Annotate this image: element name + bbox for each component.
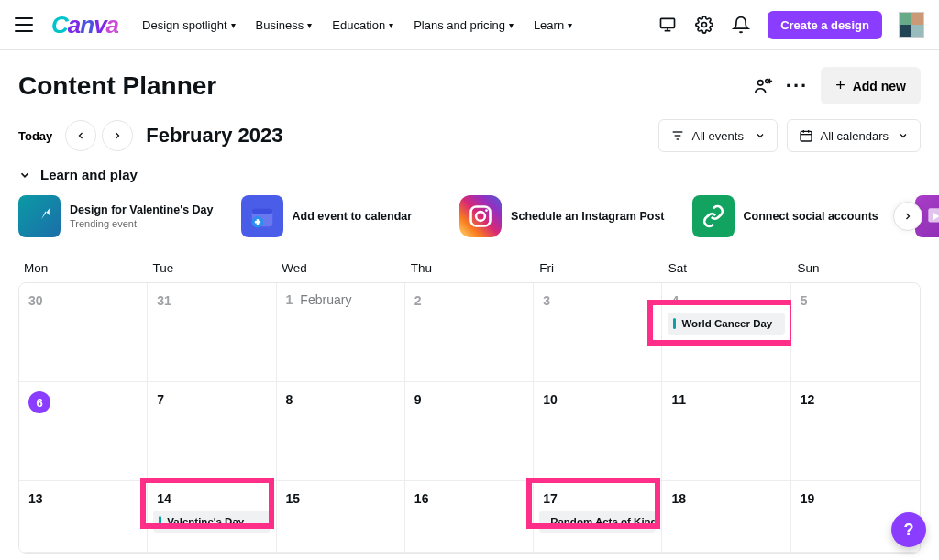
create-design-button[interactable]: Create a design [768, 11, 882, 39]
month-start-label: February [300, 292, 351, 307]
weekday-label: Fri [534, 254, 663, 282]
learn-section-header[interactable]: Learn and play [0, 161, 939, 192]
calendar-cell[interactable]: 18 [662, 481, 790, 553]
nav-education[interactable]: Education▾ [332, 18, 393, 32]
card-instagram[interactable]: Schedule an Instagram Post [459, 195, 664, 237]
prev-month-button[interactable] [65, 120, 96, 151]
chevron-down-icon [755, 130, 766, 141]
calendar-cell[interactable]: 14 Valentine's Day [148, 481, 276, 553]
event-color-bar [673, 318, 676, 329]
card-subtitle: Trending event [70, 218, 214, 229]
card-add-event[interactable]: Add event to calendar [241, 195, 413, 237]
nav-plans[interactable]: Plans and pricing▾ [414, 18, 514, 32]
weekday-label: Sat [663, 254, 792, 282]
scroll-right-button[interactable] [893, 202, 922, 231]
weekday-label: Sun [791, 254, 921, 282]
trending-icon [18, 195, 61, 237]
canva-logo[interactable]: Canva [51, 11, 118, 39]
card-valentines[interactable]: Design for Valentine's Day Trending even… [18, 195, 214, 237]
link-icon [692, 195, 735, 237]
menu-icon[interactable] [15, 16, 33, 34]
calendar-cell[interactable]: 1February [277, 283, 405, 382]
calendar-toolbar: Today February 2023 All events All calen… [0, 110, 939, 161]
chevron-down-icon: ▾ [307, 20, 312, 30]
card-connect-social[interactable]: Connect social accounts [692, 195, 878, 237]
chevron-down-icon [18, 169, 31, 181]
nav-business[interactable]: Business▾ [256, 18, 313, 32]
calendar-cell[interactable]: 10 [534, 382, 662, 481]
top-nav: Design spotlight▾ Business▾ Education▾ P… [142, 18, 572, 32]
calendar-cell-today[interactable]: 6 [19, 382, 148, 481]
calendar-icon [799, 128, 813, 143]
card-title: Design for Valentine's Day [70, 203, 214, 216]
chevron-down-icon [898, 130, 909, 141]
add-new-button[interactable]: +Add new [821, 67, 921, 104]
calendar-cell[interactable]: 7 [148, 382, 276, 481]
weekday-label: Tue [148, 254, 277, 282]
calendar-cell[interactable]: 16 [405, 481, 534, 553]
calendar-cell[interactable]: 13 [19, 481, 148, 553]
calendar-weekday-header: Mon Tue Wed Thu Fri Sat Sun [0, 254, 939, 282]
nav-design-spotlight[interactable]: Design spotlight▾ [142, 18, 236, 32]
events-filter-dropdown[interactable]: All events [658, 119, 778, 152]
calendar-cell[interactable]: 3 [534, 283, 662, 382]
nav-learn[interactable]: Learn▾ [534, 18, 572, 32]
learn-cards-row: Design for Valentine's Day Trending even… [0, 192, 939, 254]
event-world-cancer-day[interactable]: World Cancer Day [668, 313, 784, 335]
calendar-cell[interactable]: 12 [791, 382, 920, 481]
share-team-icon[interactable] [753, 76, 773, 96]
event-random-acts[interactable]: Random Acts of Kindn... [539, 511, 656, 533]
desktop-icon[interactable] [657, 15, 678, 35]
weekday-label: Thu [405, 254, 535, 282]
instagram-icon [459, 195, 502, 237]
more-menu[interactable]: ··· [786, 74, 808, 98]
filter-icon [670, 128, 685, 143]
plus-icon: + [835, 76, 845, 95]
today-indicator: 6 [28, 391, 50, 413]
gear-icon[interactable] [694, 15, 714, 35]
calendar-cell[interactable]: 8 [277, 382, 405, 481]
next-month-button[interactable] [102, 120, 133, 151]
learn-title: Learn and play [40, 167, 138, 182]
calendar-cell[interactable]: 4 World Cancer Day [662, 283, 790, 382]
svg-rect-11 [801, 131, 812, 141]
page-title: Content Planner [18, 71, 216, 101]
calendar-cell[interactable]: 11 [662, 382, 790, 481]
event-color-bar [159, 516, 161, 527]
calendar-cell[interactable]: 15 [277, 481, 405, 553]
calendar-cell[interactable]: 5 [791, 283, 920, 382]
svg-point-21 [476, 212, 485, 221]
chevron-down-icon: ▾ [568, 20, 572, 30]
bell-icon[interactable] [731, 15, 751, 35]
svg-point-4 [757, 80, 763, 85]
svg-point-22 [485, 209, 488, 212]
topbar: Canva Design spotlight▾ Business▾ Educat… [0, 0, 939, 50]
chevron-down-icon: ▾ [509, 20, 514, 30]
avatar[interactable] [899, 12, 924, 38]
calendars-filter-dropdown[interactable]: All calendars [787, 119, 921, 152]
calendar-grid: 30 31 1February 2 3 4 World Cancer Day 5… [18, 282, 921, 554]
calendar-add-icon [241, 195, 283, 237]
card-title: Schedule an Instagram Post [511, 210, 664, 223]
page-header: Content Planner ··· +Add new [0, 50, 939, 110]
current-month-label: February 2023 [146, 124, 282, 148]
weekday-label: Wed [276, 254, 405, 282]
svg-rect-0 [661, 18, 675, 27]
topbar-right: Create a design [657, 11, 924, 39]
help-button[interactable]: ? [891, 512, 926, 547]
calendar-cell[interactable]: 31 [148, 283, 276, 382]
svg-rect-16 [251, 208, 272, 214]
event-valentines-day[interactable]: Valentine's Day [153, 511, 270, 533]
calendar-cell[interactable]: 9 [405, 382, 534, 481]
card-title: Add event to calendar [293, 210, 413, 223]
weekday-label: Mon [18, 254, 148, 282]
card-title: Connect social accounts [744, 210, 878, 223]
chevron-down-icon: ▾ [389, 20, 393, 30]
calendar-cell[interactable]: 30 [19, 283, 148, 382]
calendar-cell[interactable]: 2 [405, 283, 534, 382]
chevron-down-icon: ▾ [231, 20, 236, 30]
calendar-cell[interactable]: 17 Random Acts of Kindn... [534, 481, 662, 553]
today-button[interactable]: Today [18, 129, 52, 143]
svg-point-3 [702, 23, 707, 27]
